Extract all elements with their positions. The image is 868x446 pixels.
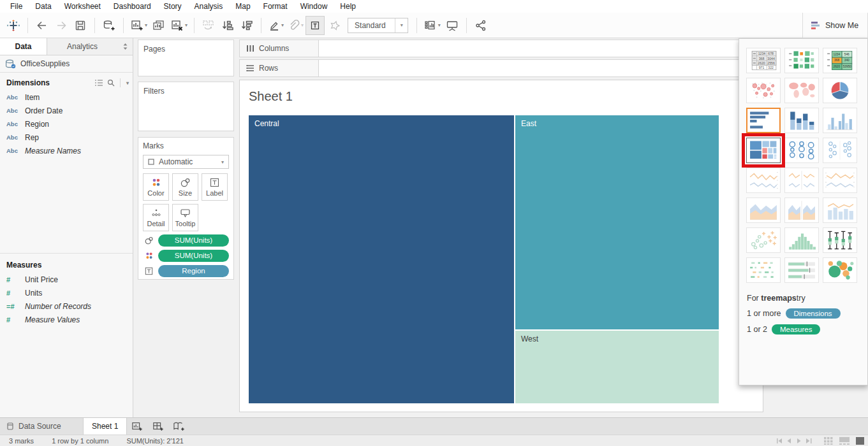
showme-thumb-lines-continuous[interactable] [746,168,781,193]
sort-descending-button[interactable] [237,16,256,35]
showme-thumb-stacked-bars[interactable] [784,108,819,133]
show-hide-cards-caret[interactable]: ▾ [438,22,441,28]
menu-worksheet[interactable]: Worksheet [58,1,107,12]
tab-analytics[interactable]: Analytics [47,38,117,55]
menu-dashboard[interactable]: Dashboard [107,1,158,12]
measure-item[interactable]: #Unit Price [0,273,133,286]
showme-thumb-side-by-side-bars[interactable] [823,108,857,133]
dimension-item[interactable]: AbcMeasure Names [0,144,133,157]
showme-thumb-scatter-plots[interactable] [746,227,781,253]
new-worksheet-button[interactable]: ▾ [128,16,149,35]
tab-data-source[interactable]: Data Source [0,418,84,435]
showme-thumb-packed-bubbles[interactable] [823,257,857,283]
menu-format[interactable]: Format [257,1,294,12]
menu-help[interactable]: Help [334,1,362,12]
treemap-region-east[interactable]: East [515,115,719,329]
showme-thumb-highlight-table[interactable] [784,48,819,73]
data-source-row[interactable]: OfficeSupplies [0,55,133,73]
show-sheet-sorter-icon[interactable] [839,437,850,445]
dimension-item[interactable]: AbcRep [0,131,133,144]
color-button[interactable]: Color [143,173,169,201]
tooltip-button[interactable]: Tooltip [172,204,198,231]
showme-thumb-dual-lines[interactable] [823,168,857,193]
measure-item[interactable]: =#Number of Records [0,299,133,313]
dimension-item[interactable]: AbcItem [0,90,133,104]
showme-thumb-text-table[interactable]: 1234678368304426202556971322 [746,48,781,73]
showme-thumb-box-and-whisker[interactable] [823,227,857,253]
share-button[interactable] [471,16,490,35]
showme-thumb-symbol-map[interactable] [746,78,781,103]
dimension-item[interactable]: AbcRegion [0,117,133,131]
treemap-region-central[interactable]: Central [249,115,514,403]
label-button[interactable]: Label [202,173,228,201]
filters-shelf[interactable]: Filters [138,82,234,131]
fit-selector[interactable]: Standard ▾ [348,18,408,33]
rows-drop-area[interactable] [319,59,763,77]
undo-button[interactable] [33,16,52,35]
showme-thumb-gantt[interactable] [746,257,781,283]
show-mark-labels-button[interactable] [305,16,325,35]
highlight-caret[interactable]: ▾ [281,22,284,28]
menu-window[interactable]: Window [294,1,334,12]
pill-sum-units-size[interactable]: SUM(Units) [158,234,229,247]
swap-rows-columns-button[interactable] [199,16,218,35]
highlight-button[interactable]: ▾ [266,16,286,35]
presentation-mode-button[interactable] [443,16,462,35]
save-button[interactable] [71,16,90,35]
pill-region-label[interactable]: Region [158,265,229,277]
showme-thumb-pie-chart[interactable] [823,78,857,103]
format-links-caret[interactable]: ▾ [301,22,304,28]
sort-ascending-button[interactable] [218,16,237,35]
redo-button[interactable] [52,16,71,35]
showme-thumb-side-by-side-circles[interactable] [823,138,857,163]
pane-sort-icon[interactable] [117,38,133,55]
columns-drop-area[interactable] [319,40,763,57]
measure-item[interactable]: #Units [0,286,133,299]
clear-sheet-button[interactable]: ▾ [168,16,189,35]
show-me-button[interactable]: Show Me [802,13,868,38]
detail-button[interactable]: Detail [143,204,169,231]
new-story-button[interactable] [169,418,190,435]
dimensions-menu-caret[interactable]: ▾ [126,80,129,86]
dimension-item[interactable]: AbcOrder Date [0,104,133,117]
new-dashboard-button[interactable] [148,418,169,435]
clear-sheet-caret[interactable]: ▾ [185,22,188,28]
fit-selector-caret[interactable]: ▾ [395,18,408,32]
new-worksheet-caret[interactable]: ▾ [145,22,147,28]
showme-thumb-area-discrete[interactable] [784,198,819,223]
fix-axes-button[interactable] [325,16,344,35]
mark-type-selector[interactable]: Automatic ▾ [143,155,229,169]
showme-thumb-circle-views[interactable] [784,138,819,163]
showme-thumb-bullet-graphs[interactable] [784,257,819,283]
format-links-button[interactable]: ▾ [286,16,305,35]
size-button[interactable]: Size [172,173,198,201]
measure-item[interactable]: #Measure Values [0,313,133,326]
showme-thumb-lines-discrete[interactable] [784,168,819,193]
showme-thumb-dual-combination[interactable] [823,198,857,223]
menu-file[interactable]: File [4,1,29,12]
showme-thumb-horizontal-bars[interactable] [746,108,781,133]
view-list-icon[interactable] [94,79,103,87]
showme-thumb-area-continuous[interactable] [746,198,781,223]
treemap-region-west[interactable]: West [515,331,719,403]
new-data-source-button[interactable] [99,16,119,35]
tab-data[interactable]: Data [0,38,47,55]
showme-thumb-treemap[interactable] [746,138,781,163]
tableau-logo-icon[interactable] [4,16,23,35]
mark-type-caret[interactable]: ▾ [221,159,224,165]
show-filmstrip-icon[interactable] [824,437,833,445]
menu-story[interactable]: Story [158,1,188,12]
show-hide-cards-button[interactable]: ▾ [422,16,443,35]
active-view-icon[interactable] [856,437,864,445]
menu-analysis[interactable]: Analysis [188,1,230,12]
tab-sheet-1[interactable]: Sheet 1 [84,418,127,435]
menu-data[interactable]: Data [29,1,57,12]
find-field-icon[interactable] [107,79,115,87]
duplicate-sheet-button[interactable] [149,16,168,35]
pill-sum-units-color[interactable]: SUM(Units) [158,250,229,262]
sheet-nav-arrows[interactable] [776,438,818,444]
menu-map[interactable]: Map [229,1,256,12]
pages-shelf[interactable]: Pages [138,40,234,76]
showme-thumb-heat-map[interactable]: 1234546368340262053950 [823,48,857,73]
showme-thumb-filled-map[interactable] [784,78,819,103]
